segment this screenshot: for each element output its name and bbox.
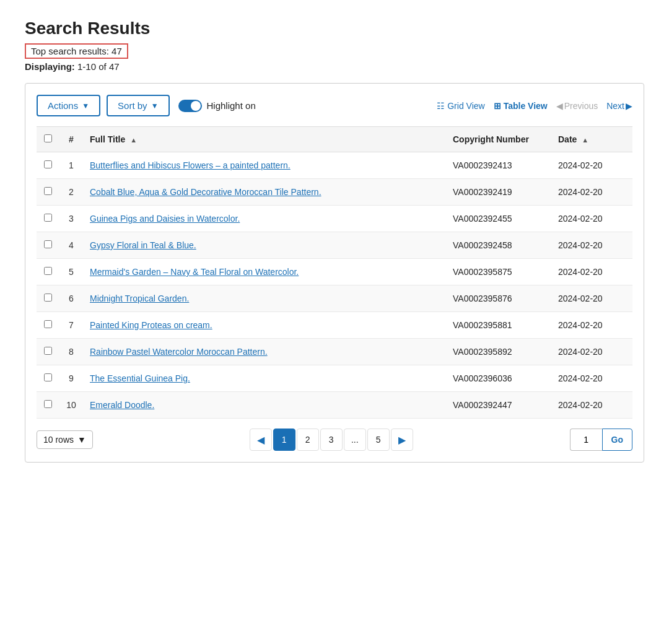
row-num: 9 (59, 365, 84, 392)
row-copyright: VA0002396036 (447, 365, 552, 392)
table-row: 5Mermaid's Garden – Navy & Teal Floral o… (37, 259, 632, 285)
row-date: 2024-02-20 (552, 392, 632, 419)
row-title-link[interactable]: Emerald Doodle. (90, 400, 154, 410)
table-row: 9The Essential Guinea Pig.VA000239603620… (37, 365, 632, 392)
goto-input[interactable] (570, 429, 602, 451)
row-title-link[interactable]: Cobalt Blue, Aqua & Gold Decorative Moro… (90, 187, 321, 197)
prev-icon: ◀ (556, 101, 563, 111)
row-title-link[interactable]: Mermaid's Garden – Navy & Teal Floral on… (90, 267, 299, 277)
row-title-link[interactable]: Painted King Proteas on cream. (90, 320, 212, 330)
row-checkbox[interactable] (44, 320, 52, 328)
row-checkbox[interactable] (44, 347, 52, 355)
col-header-num: # (59, 127, 84, 152)
page-nav: ◀ 1 2 3 ... 5 ▶ (250, 429, 413, 451)
sort-chevron-icon: ▼ (151, 102, 159, 110)
row-checkbox[interactable] (44, 267, 52, 275)
grid-icon: ☷ (437, 101, 445, 111)
table-view-link[interactable]: ⊞ Table View (494, 101, 548, 111)
page-title: Search Results (25, 19, 644, 38)
row-num: 2 (59, 179, 84, 206)
toggle-knob (191, 101, 201, 111)
rows-per-page-select[interactable]: 10 rows ▼ (37, 430, 93, 449)
row-date: 2024-02-20 (552, 312, 632, 339)
row-checkbox[interactable] (44, 187, 52, 195)
highlight-toggle[interactable] (178, 100, 202, 112)
page-1-button[interactable]: 1 (273, 429, 295, 451)
previous-link[interactable]: ◀ Previous (556, 101, 598, 111)
row-date: 2024-02-20 (552, 259, 632, 285)
row-num: 10 (59, 392, 84, 419)
row-checkbox[interactable] (44, 160, 52, 168)
title-sort-icon: ▲ (130, 136, 137, 144)
table-row: 6Midnight Tropical Garden.VA000239587620… (37, 285, 632, 312)
goto-button[interactable]: Go (602, 429, 632, 451)
row-title-link[interactable]: Midnight Tropical Garden. (90, 294, 189, 303)
row-copyright: VA0002395892 (447, 339, 552, 365)
next-page-button[interactable]: ▶ (391, 429, 413, 451)
actions-chevron-icon: ▼ (82, 102, 89, 110)
row-num: 3 (59, 206, 84, 232)
page-ellipsis: ... (344, 429, 366, 451)
row-checkbox[interactable] (44, 294, 52, 302)
row-num: 7 (59, 312, 84, 339)
row-copyright: VA0002392419 (447, 179, 552, 206)
table-row: 7Painted King Proteas on cream.VA0002395… (37, 312, 632, 339)
row-date: 2024-02-20 (552, 152, 632, 179)
page-5-button[interactable]: 5 (367, 429, 390, 451)
table-row: 2Cobalt Blue, Aqua & Gold Decorative Mor… (37, 179, 632, 206)
goto-wrap: Go (570, 429, 632, 451)
prev-page-button[interactable]: ◀ (250, 429, 272, 451)
row-date: 2024-02-20 (552, 206, 632, 232)
row-num: 6 (59, 285, 84, 312)
table-row: 10Emerald Doodle.VA00023924472024-02-20 (37, 392, 632, 419)
table-row: 4Gypsy Floral in Teal & Blue.VA000239245… (37, 232, 632, 259)
row-copyright: VA0002392458 (447, 232, 552, 259)
row-checkbox[interactable] (44, 400, 52, 408)
actions-button[interactable]: Actions ▼ (37, 95, 100, 116)
col-header-copyright: Copyright Number (447, 127, 552, 152)
row-copyright: VA0002395875 (447, 259, 552, 285)
row-title-link[interactable]: The Essential Guinea Pig. (90, 373, 190, 383)
table-row: 3Guinea Pigs and Daisies in Watercolor.V… (37, 206, 632, 232)
table-row: 8Rainbow Pastel Watercolor Moroccan Patt… (37, 339, 632, 365)
row-copyright: VA0002395881 (447, 312, 552, 339)
page-3-button[interactable]: 3 (320, 429, 343, 451)
row-num: 4 (59, 232, 84, 259)
col-header-title[interactable]: Full Title ▲ (84, 127, 447, 152)
row-title-link[interactable]: Guinea Pigs and Daisies in Watercolor. (90, 214, 240, 224)
results-table: # Full Title ▲ Copyright Number Date ▲ 1… (37, 126, 632, 419)
next-link[interactable]: Next ▶ (606, 101, 632, 111)
row-copyright: VA0002392413 (447, 152, 552, 179)
results-table-wrap: # Full Title ▲ Copyright Number Date ▲ 1… (37, 126, 632, 419)
row-copyright: VA0002395876 (447, 285, 552, 312)
next-icon: ▶ (626, 101, 632, 111)
page-2-button[interactable]: 2 (297, 429, 319, 451)
row-num: 5 (59, 259, 84, 285)
top-results-badge: Top search results: 47 (25, 43, 128, 59)
date-sort-icon: ▲ (582, 136, 588, 144)
row-copyright: VA0002392455 (447, 206, 552, 232)
row-copyright: VA0002392447 (447, 392, 552, 419)
row-num: 1 (59, 152, 84, 179)
row-title-link[interactable]: Gypsy Floral in Teal & Blue. (90, 240, 196, 250)
table-row: 1Butterflies and Hibiscus Flowers – a pa… (37, 152, 632, 179)
col-header-date[interactable]: Date ▲ (552, 127, 632, 152)
row-date: 2024-02-20 (552, 339, 632, 365)
select-all-checkbox[interactable] (44, 134, 52, 142)
row-title-link[interactable]: Butterflies and Hibiscus Flowers – a pai… (90, 160, 291, 170)
row-date: 2024-02-20 (552, 179, 632, 206)
grid-view-link[interactable]: ☷ Grid View (437, 101, 484, 111)
row-checkbox[interactable] (44, 240, 52, 248)
row-date: 2024-02-20 (552, 365, 632, 392)
row-num: 8 (59, 339, 84, 365)
rows-chevron-icon: ▼ (77, 435, 86, 445)
col-header-checkbox[interactable] (37, 127, 59, 152)
row-date: 2024-02-20 (552, 285, 632, 312)
sort-by-button[interactable]: Sort by ▼ (107, 95, 169, 116)
row-checkbox[interactable] (44, 373, 52, 381)
row-title-link[interactable]: Rainbow Pastel Watercolor Moroccan Patte… (90, 347, 268, 357)
highlight-label: Highlight on (207, 100, 256, 111)
table-icon: ⊞ (494, 101, 501, 111)
displaying-info: Displaying: 1-10 of 47 (25, 61, 644, 72)
row-checkbox[interactable] (44, 214, 52, 222)
